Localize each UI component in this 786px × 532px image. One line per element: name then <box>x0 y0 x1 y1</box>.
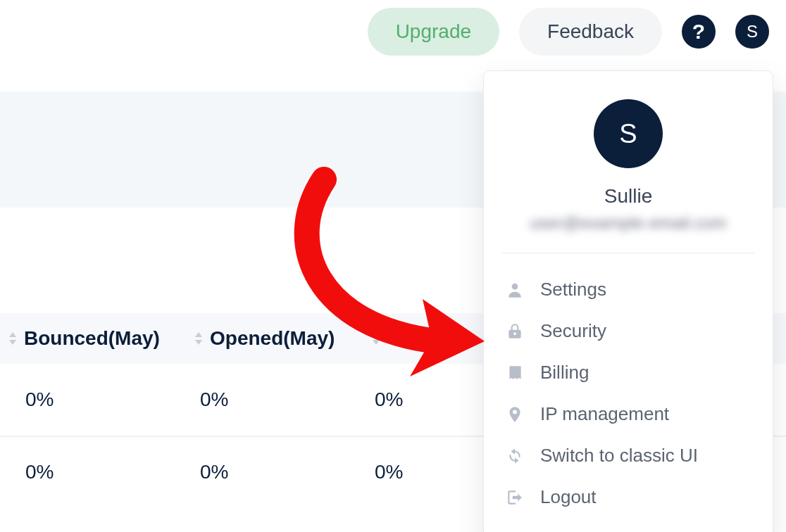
svg-point-0 <box>512 283 518 289</box>
cell-clicked: 0% <box>375 461 403 483</box>
column-header-label: Click <box>387 327 435 350</box>
sort-icon <box>192 331 206 346</box>
menu-item-label: Security <box>540 320 606 342</box>
upgrade-button[interactable]: Upgrade <box>368 8 499 56</box>
menu-item-security[interactable]: Security <box>502 310 754 352</box>
column-header-label: Bounced(May) <box>24 327 160 350</box>
menu-item-switch-ui[interactable]: Switch to classic UI <box>502 435 754 476</box>
help-icon[interactable]: ? <box>682 15 716 49</box>
refresh-icon <box>505 446 525 466</box>
lock-icon <box>505 322 525 341</box>
menu-item-label: Switch to classic UI <box>540 445 698 467</box>
menu-item-label: IP management <box>540 403 669 425</box>
column-header-label: Opened(May) <box>210 327 335 350</box>
menu-item-label: Logout <box>540 486 597 508</box>
person-icon <box>505 280 525 300</box>
column-header-bounced[interactable]: Bounced(May) <box>3 327 163 350</box>
menu-item-settings[interactable]: Settings <box>502 269 754 310</box>
cell-opened: 0% <box>200 461 228 483</box>
cell-bounced: 0% <box>25 388 54 411</box>
column-header-opened[interactable]: Opened(May) <box>189 327 337 350</box>
column-header-clicked[interactable]: Click <box>366 327 437 350</box>
receipt-icon <box>505 363 525 383</box>
cell-opened: 0% <box>200 388 228 411</box>
top-header: Upgrade Feedback ? S <box>0 0 786 63</box>
cell-clicked: 0% <box>375 388 403 411</box>
user-avatar-button[interactable]: S <box>735 15 769 49</box>
divider <box>502 253 754 253</box>
sort-icon <box>369 331 383 346</box>
menu-item-billing[interactable]: Billing <box>502 352 754 393</box>
feedback-button[interactable]: Feedback <box>519 8 662 56</box>
menu-item-ip-management[interactable]: IP management <box>502 393 754 435</box>
user-name: Sullie <box>502 185 754 208</box>
app-root: Upgrade Feedback ? S Bounced(May) Opened… <box>0 0 786 532</box>
logout-icon <box>505 488 525 507</box>
pin-icon <box>505 405 525 424</box>
menu-item-label: Settings <box>540 279 606 300</box>
menu-item-label: Billing <box>540 362 589 384</box>
cell-bounced: 0% <box>25 461 54 483</box>
user-dropdown-panel: S Sullie user@example-email.com Settings… <box>483 70 773 532</box>
menu-item-logout[interactable]: Logout <box>502 476 754 518</box>
user-avatar-large: S <box>594 99 663 168</box>
sort-icon <box>6 331 20 346</box>
user-email: user@example-email.com <box>502 213 754 233</box>
